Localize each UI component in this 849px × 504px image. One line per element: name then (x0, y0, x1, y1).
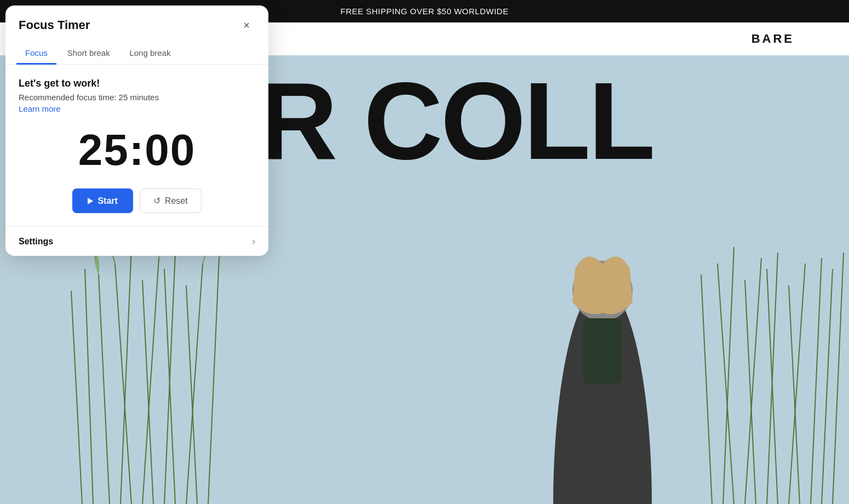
svg-line-16 (745, 280, 756, 504)
close-button[interactable]: × (238, 16, 255, 34)
svg-line-1 (121, 247, 131, 504)
popup-title: Focus Timer (19, 18, 90, 32)
svg-line-3 (142, 258, 159, 504)
tabs-row: Focus Short break Long break (5, 43, 268, 65)
svg-line-0 (99, 274, 110, 504)
reset-button[interactable]: ↺ Reset (140, 188, 202, 213)
learn-more-link[interactable]: Learn more (19, 104, 61, 113)
svg-point-24 (553, 285, 652, 504)
tab-short-break[interactable]: Short break (59, 43, 119, 65)
focus-description: Recommended focus time: 25 minutes (19, 93, 255, 102)
svg-line-22 (822, 269, 833, 504)
timer-buttons: Start ↺ Reset (19, 188, 255, 213)
svg-line-15 (745, 258, 761, 504)
svg-line-7 (186, 264, 203, 504)
svg-line-2 (115, 264, 131, 504)
svg-line-11 (85, 269, 93, 504)
start-label: Start (97, 196, 117, 206)
svg-line-10 (71, 291, 82, 504)
svg-line-6 (164, 269, 175, 504)
svg-line-9 (208, 258, 219, 504)
svg-line-19 (789, 264, 805, 504)
reset-icon: ↺ (153, 196, 160, 206)
popup-body: Let's get to work! Recommended focus tim… (5, 65, 268, 226)
tab-focus[interactable]: Focus (16, 43, 56, 65)
play-icon (88, 198, 93, 204)
settings-row[interactable]: Settings › (5, 226, 268, 256)
popup-header: Focus Timer × (5, 5, 268, 43)
settings-label: Settings (19, 237, 53, 247)
brand-name: BARE (752, 32, 794, 46)
svg-line-5 (164, 253, 175, 504)
svg-line-17 (767, 253, 778, 504)
start-button[interactable]: Start (72, 188, 133, 213)
svg-line-18 (767, 269, 778, 504)
svg-line-8 (186, 285, 197, 504)
svg-line-23 (833, 253, 844, 504)
svg-line-12 (701, 274, 712, 504)
focus-heading: Let's get to work! (19, 78, 255, 89)
chevron-right-icon: › (252, 236, 255, 247)
svg-point-25 (572, 261, 633, 321)
reset-label: Reset (165, 196, 188, 206)
svg-line-21 (811, 258, 822, 504)
svg-line-4 (142, 280, 153, 504)
tab-long-break[interactable]: Long break (121, 43, 179, 65)
timer-display: 25:00 (19, 125, 255, 175)
svg-line-13 (723, 247, 734, 504)
svg-line-14 (718, 264, 734, 504)
svg-line-20 (789, 285, 800, 504)
focus-timer-popup: Focus Timer × Focus Short break Long bre… (5, 5, 268, 256)
svg-rect-26 (583, 318, 622, 384)
